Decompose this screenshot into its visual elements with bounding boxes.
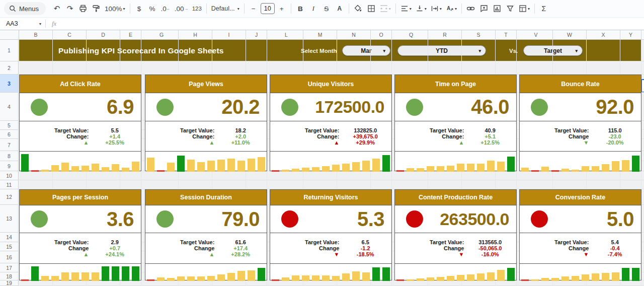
row-header-12[interactable]: 12 — [0, 189, 19, 205]
name-box[interactable]: AA3 ▾ — [0, 20, 45, 27]
redo-button[interactable]: ↷ — [64, 3, 76, 15]
fill-color-icon — [354, 5, 362, 13]
row-header-3[interactable]: 3 — [0, 75, 19, 93]
text-color-button[interactable]: A — [334, 3, 346, 15]
currency-format-button[interactable]: $ — [133, 3, 145, 15]
sparkline-bar — [447, 276, 454, 281]
target-label: Target Value: — [395, 127, 464, 133]
menus-button[interactable]: Menus — [4, 2, 46, 15]
sparkline-bar — [507, 157, 515, 172]
chevron-down-icon: ▾ — [237, 7, 239, 11]
row-header-2[interactable]: 2 — [0, 61, 19, 75]
kpi-card-time-on-page[interactable]: Time on Page46.0Target Value:40.9Change:… — [394, 75, 517, 171]
kpi-card-value-area: 5.3 — [270, 205, 391, 233]
increase-decimal-button[interactable]: .00→ — [173, 3, 190, 15]
decrease-font-size-button[interactable]: − — [248, 3, 260, 15]
table-views-button[interactable]: ▾ — [517, 3, 531, 15]
font-size-input[interactable]: 10 — [261, 3, 275, 14]
print-button[interactable] — [77, 3, 89, 15]
fill-color-button[interactable] — [352, 3, 364, 15]
target-label: Target Value: — [20, 127, 89, 133]
sparkline-bar — [302, 275, 309, 281]
italic-icon: I — [312, 5, 315, 13]
period-dropdown[interactable]: YTD ▾ — [397, 45, 486, 56]
bold-button[interactable]: B — [294, 3, 306, 15]
row-header-10[interactable]: 10 — [0, 171, 19, 180]
row-header-4[interactable]: 4 — [0, 93, 19, 121]
row-header-17[interactable]: 17 — [0, 263, 19, 272]
functions-button[interactable]: Σ — [538, 3, 550, 15]
stats-row: Change:+1.4 — [20, 133, 141, 139]
sparkline-bar — [477, 273, 485, 281]
increase-decimal-icon: .00 — [175, 5, 184, 13]
row-header-13[interactable]: 13 — [0, 205, 19, 233]
decrease-decimal-button[interactable]: .0← — [159, 3, 172, 15]
sparkline-bar — [342, 164, 350, 172]
sparkline-bar — [272, 279, 279, 281]
number-format-button[interactable]: 123 — [191, 3, 203, 15]
kpi-card-title: Pages per Session — [20, 190, 141, 205]
month-dropdown[interactable]: Mar ▾ — [342, 45, 390, 56]
borders-button[interactable] — [365, 3, 377, 15]
percent-format-button[interactable]: % — [146, 3, 158, 15]
kpi-card-content-production-rate[interactable]: Content Production Rate263500.0Target Va… — [394, 189, 517, 280]
sparkline-bar — [71, 272, 79, 281]
chevron-down-icon: ▾ — [440, 7, 442, 11]
row-header-16[interactable]: 16 — [0, 251, 19, 263]
kpi-card-page-views[interactable]: Page Views20.2Target Value:18.2Change:+2… — [145, 75, 267, 171]
strikethrough-button[interactable]: S — [320, 3, 333, 15]
font-select[interactable]: Defaul...▾ — [210, 3, 241, 15]
row-header-1[interactable]: 1 — [0, 40, 19, 61]
row-header-5[interactable]: 5 — [0, 121, 19, 130]
sparkline-bar — [217, 160, 225, 172]
sparkline-bar — [417, 168, 424, 172]
kpi-sparkline — [395, 152, 516, 172]
create-filter-button[interactable] — [504, 3, 516, 15]
text-wrap-button[interactable]: ▾ — [429, 3, 443, 15]
row-header-15[interactable]: 15 — [0, 242, 19, 251]
kpi-card-conversion-rate[interactable]: Conversion Rate5.0Target Value:5.4Change… — [519, 189, 641, 280]
row-header-19[interactable]: 19 — [0, 280, 19, 286]
row-header-14[interactable]: 14 — [0, 233, 19, 242]
undo-button[interactable]: ↶ — [51, 3, 63, 15]
select-all-corner[interactable] — [0, 30, 19, 40]
change-percent: +12.5% — [464, 139, 516, 146]
sparkline-bar — [147, 279, 154, 281]
kpi-card-unique-visitors[interactable]: Unique Visitors172500.0Target Value:1328… — [270, 75, 392, 171]
row-header-9[interactable]: 9 — [0, 161, 19, 171]
kpi-card-ad-click-rate[interactable]: Ad Click Rate6.9Target Value:5.5Change:+… — [19, 75, 141, 171]
kpi-card-returning-visitors[interactable]: Returning Visitors5.3Target Value:6.5Cha… — [270, 189, 392, 280]
vertical-align-button[interactable]: ▾ — [414, 3, 428, 15]
row-header-11[interactable]: 11 — [0, 180, 19, 189]
insert-comment-button[interactable] — [478, 3, 490, 15]
text-rotation-button[interactable]: A▾ — [444, 3, 458, 15]
zoom-select[interactable]: 100%▾ — [103, 3, 127, 15]
insert-chart-button[interactable] — [491, 3, 503, 15]
row-header-7[interactable]: 7 — [0, 139, 19, 151]
horizontal-align-button[interactable]: ▾ — [399, 3, 413, 15]
row-header-8[interactable]: 8 — [0, 151, 19, 161]
merge-cells-button[interactable]: ▾ — [378, 3, 392, 15]
sparkline-bar — [417, 278, 424, 281]
paint-format-button[interactable] — [90, 3, 102, 15]
sparkline-bar — [217, 274, 225, 281]
row-header-6[interactable]: 6 — [0, 130, 19, 139]
change-label: Change: — [145, 133, 214, 139]
change-percent: +24.1% — [89, 251, 141, 257]
insert-link-button[interactable] — [465, 3, 477, 15]
increase-font-size-button[interactable]: + — [276, 3, 288, 15]
kpi-card-value-area: 6.9 — [20, 93, 141, 121]
sheet-grid[interactable]: Publishing KPI Scorecard In Google Sheet… — [19, 30, 644, 286]
change-label: Change: — [270, 133, 339, 139]
change-value: +0.7 — [89, 245, 141, 251]
compare-dropdown[interactable]: Target ▾ — [523, 45, 583, 56]
sparkline-bar — [322, 166, 330, 172]
sparkline-bar — [396, 170, 404, 172]
row-header-18[interactable]: 18 — [0, 272, 19, 280]
kpi-card-session-duration[interactable]: Session Duration79.0Target Value:61.6Cha… — [145, 189, 267, 280]
kpi-card-bounce-rate[interactable]: Bounce Rate92.0Target Value:115.0Change-… — [519, 75, 641, 171]
sparkline-bar — [332, 276, 340, 281]
kpi-card-pages-per-session[interactable]: Pages per Session3.6Target Value:2.9Chan… — [19, 189, 141, 280]
change-label: Change — [145, 245, 214, 251]
italic-button[interactable]: I — [307, 3, 319, 15]
